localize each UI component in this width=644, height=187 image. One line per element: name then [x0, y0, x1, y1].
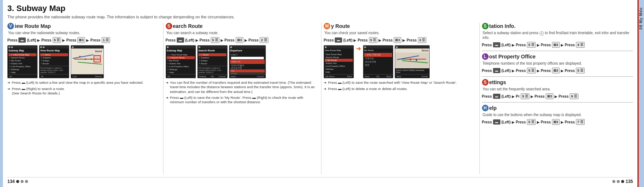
phone-screen-menu: Subway Map 1> View Route Map 2Search Rou…: [7, 45, 38, 78]
press-word-1c: Press: [66, 38, 76, 42]
divider-3: [482, 102, 633, 103]
num-btn-7a[interactable]: 7 ☰: [576, 119, 585, 125]
lost-property-desc: Telephone numbers of the lost property o…: [483, 61, 633, 65]
station-info-section: S tation Info. Select a subway station a…: [482, 23, 633, 48]
num-btn-6a[interactable]: 6 ☰: [570, 93, 578, 99]
my-route-circle: M: [324, 23, 330, 29]
settings-desc: You can set the frequently searched area…: [483, 87, 633, 91]
lost-property-section: L ost Property Office Telephone numbers …: [482, 53, 633, 73]
my-route-press-line: Press ▬ (Left) ▶ Press 5 ☰ ▶ Press ⊞3 ▶ …: [324, 37, 475, 43]
bullet-3b: ➜ Press ▬ (Left) to delete a route or de…: [324, 87, 475, 91]
press-word-1d: Press: [90, 38, 100, 42]
search-route-press-line: Press ▬ (Left) ▶ Press 5 ☰ ▶ Press ⊞3 ▶ …: [166, 37, 317, 43]
num-btn-5d[interactable]: 5 ☰: [527, 42, 536, 48]
left-label-1: (Left): [27, 38, 36, 42]
num-btn-3a[interactable]: ⊞3: [77, 37, 85, 43]
help-circle: H: [482, 105, 489, 111]
num-btn-1a[interactable]: 1 ☰: [102, 37, 110, 43]
status-bar-2: [39, 46, 69, 48]
screen-title-1: Subway Map: [8, 48, 37, 53]
num-btn-5e[interactable]: 5 ☰: [527, 68, 536, 73]
sidebar-label: 08 My Mdo: [639, 7, 643, 29]
col-right-sections: S tation Info. Select a subway station a…: [480, 23, 633, 174]
left-btn-1[interactable]: ▬: [18, 37, 26, 43]
num-btn-3e[interactable]: ⊞3: [552, 42, 560, 48]
num-btn-5f[interactable]: 5 ☰: [576, 68, 585, 73]
left-btn-5[interactable]: ▬: [493, 68, 500, 73]
view-route-circle: V: [7, 23, 14, 29]
phone-bottom-2: All: [39, 74, 69, 78]
menu-line-daegu: 3Daegu: [40, 59, 68, 62]
search-route-screenshots: Subway Map 1> View Route Map 2> Search R…: [166, 45, 317, 78]
phone-bottom-1: All: [8, 74, 37, 78]
phone-bottom-3: Line Search: [71, 74, 103, 78]
menu-item-search: 2Search Route: [8, 56, 36, 59]
num-btn-3f[interactable]: ⊞3: [552, 68, 560, 73]
col-my-route: M y Route You can check your saved route…: [321, 23, 480, 174]
num-btn-3b[interactable]: ⊞3: [236, 37, 243, 43]
left-btn-2[interactable]: ▬: [177, 37, 184, 43]
view-route-header: V iew Route Map: [7, 23, 159, 29]
view-route-letter: V: [9, 24, 12, 29]
phone-screen-lines: View Route Map 1> Seoul 2Daejeon 3Daegu …: [39, 45, 69, 78]
menu-line-seoul: 1> Seoul: [40, 53, 68, 56]
departure-input[interactable]: [231, 57, 264, 60]
lost-property-title: ost Property Office: [489, 54, 536, 60]
timetable-notice: This timetable is subject to change with…: [39, 66, 69, 74]
num-btn-5b[interactable]: 5 ☰: [211, 37, 219, 43]
divider-2: [482, 76, 633, 77]
departure-title: Departure: [229, 48, 265, 53]
view-route-bullets: ➜ Press ▬ (Left) to select a line and vi…: [7, 80, 159, 96]
left-btn-4[interactable]: ▬: [493, 42, 500, 47]
phone-myroute-list: View Route Map View Route Map Search Rou…: [324, 45, 354, 78]
col-search-route: S earch Route You can search a subway ro…: [163, 23, 322, 174]
settings-circle: S: [482, 79, 489, 86]
num-btn-3h[interactable]: ⊞3: [552, 119, 560, 125]
search-route-desc: You can search a subway route.: [166, 31, 317, 35]
settings-press: Press ▬ (Left) ▶ Pr 5 ☰ ▶ Press ⊞3 ▶ Pre…: [482, 93, 633, 99]
lost-property-press: Press ▬ (Left) ▶ Press 5 ☰ ▶ Press ⊞3 ▶ …: [482, 68, 633, 73]
menu-item-view-route: 1> View Route Map: [8, 53, 36, 56]
bullet-2a: ➜ You can find the number of transfers r…: [166, 80, 317, 94]
station-info-press: Press ▬ (Left) ▶ Press 5 ☰ ▶ Press ⊞3 ▶ …: [482, 42, 633, 48]
arrow-connector: ➜: [355, 45, 362, 52]
num-btn-5c[interactable]: 5 ☰: [369, 37, 378, 43]
map-dot-2: [91, 58, 92, 60]
page-num-left: 134: [7, 179, 28, 184]
map-dot-3: [79, 56, 81, 57]
my-route-letter: M: [325, 24, 329, 29]
search-route-bullets: ➜ You can find the number of transfers r…: [166, 80, 317, 105]
view-route-desc: You can view the nationwide subway route…: [8, 31, 159, 35]
help-section: H elp Guide to use the buttons when the …: [482, 105, 633, 125]
view-route-screenshots: Subway Map 1> View Route Map 2Search Rou…: [7, 45, 159, 78]
num-btn-3c[interactable]: ⊞3: [394, 37, 401, 43]
left-btn-3[interactable]: ▬: [335, 37, 342, 43]
num-btn-3d[interactable]: 3 ☰: [418, 37, 427, 43]
phone-departure: Departure 0 (All) 7! 가역시 71 가선디지빌지 건신요거면…: [229, 45, 266, 78]
num-btn-5a[interactable]: 5 ☰: [53, 37, 61, 43]
help-letter: H: [483, 105, 487, 111]
num-btn-3g[interactable]: ⊞3: [546, 93, 553, 99]
my-route-desc: You can check your saved routes.: [324, 31, 475, 35]
content-area: 3. Subway Map The phone provides the nat…: [3, 0, 637, 187]
page-subtitle: The phone provides the nationwide subway…: [7, 15, 633, 19]
bullet-1b: ➜ Press ▬ (Right) to search a route.(See…: [7, 87, 159, 96]
lost-property-circle: L: [482, 53, 489, 60]
menu-item-help: 7Help: [8, 71, 36, 74]
help-header: H elp: [482, 105, 633, 111]
station-info-title: tation Info.: [489, 23, 516, 29]
left-btn-6[interactable]: ▬: [493, 94, 500, 99]
num-btn-2a[interactable]: 2 ☰: [260, 37, 268, 43]
left-accent: [0, 0, 3, 187]
menu-item-station: 4Station Info: [8, 62, 36, 65]
map-line-2: [73, 54, 94, 59]
main-columns: V iew Route Map You can view the nationw…: [7, 23, 633, 174]
status-bar-1: [8, 46, 37, 48]
num-btn-5h[interactable]: 5 ☰: [527, 119, 536, 125]
screen-title-2: View Route Map: [39, 48, 69, 53]
right-accent: 08 My Mdo: [637, 0, 644, 187]
left-btn-7[interactable]: ▬: [493, 119, 500, 125]
phone-screen-map: Seoul Line: [71, 45, 104, 78]
num-btn-5g[interactable]: 5 ☰: [521, 93, 529, 99]
num-btn-4a[interactable]: 4 ☰: [576, 42, 585, 48]
